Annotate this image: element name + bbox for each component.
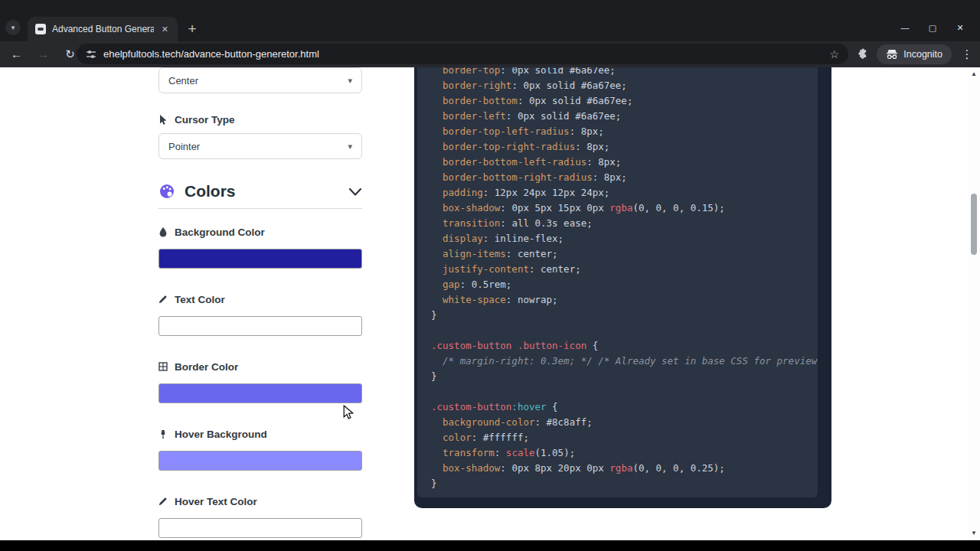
marker-icon — [158, 429, 168, 439]
page-scrollbar[interactable]: ▲ ▼ — [968, 67, 980, 540]
text-color-label: Text Color — [158, 293, 362, 305]
scroll-up-arrow[interactable]: ▲ — [968, 69, 980, 80]
scrollbar-thumb[interactable] — [971, 194, 977, 255]
hover-text-color-label-text: Hover Text Color — [175, 496, 257, 507]
incognito-label: Incognito — [903, 49, 942, 60]
extensions-puzzle-icon[interactable] — [856, 48, 868, 60]
pencil-icon — [158, 295, 168, 304]
colors-heading: Colors — [185, 182, 236, 201]
incognito-icon — [886, 49, 898, 60]
forward-button: → — [33, 44, 54, 64]
alignment-select-value: Center — [168, 75, 198, 86]
cursor-pointer-icon — [158, 114, 168, 126]
hover-background-label-text: Hover Background — [175, 429, 267, 440]
cursor-type-select[interactable]: Pointer ▾ — [158, 133, 362, 159]
maximize-button[interactable]: ▢ — [919, 17, 946, 38]
new-tab-button[interactable]: + — [182, 19, 202, 39]
tab-close-icon[interactable]: ✕ — [160, 24, 170, 35]
generated-css-card: border-top: 0px solid #6a67ee; border-ri… — [414, 67, 831, 508]
background-color-label: Background Color — [158, 226, 362, 238]
address-bar[interactable]: ehelpfultools.tech/advance-button-genere… — [77, 44, 848, 64]
bookmark-star-icon[interactable]: ☆ — [829, 48, 839, 60]
background-color-input[interactable] — [158, 249, 362, 269]
page-content: Center ▾ Cursor Type Pointer ▾ Colors — [0, 67, 980, 540]
tab-favicon — [35, 24, 46, 34]
colors-section-toggle[interactable]: Colors — [158, 181, 362, 202]
chevron-down-icon — [348, 187, 362, 197]
chevron-down-icon: ▾ — [348, 142, 352, 152]
tab-title: Advanced Button Generator — [52, 24, 154, 34]
cursor-type-select-value: Pointer — [168, 141, 200, 152]
minimize-button[interactable]: — — [891, 17, 919, 38]
hover-background-label: Hover Background — [158, 428, 362, 440]
hover-text-color-input[interactable] — [158, 518, 362, 538]
hover-background-field: Hover Background — [158, 428, 362, 471]
text-color-label-text: Text Color — [175, 294, 225, 305]
border-color-field: Border Color — [158, 360, 362, 403]
tab-search-button[interactable]: ▾ — [5, 20, 21, 35]
incognito-badge: Incognito — [877, 44, 952, 64]
background-color-label-text: Background Color — [175, 227, 265, 238]
pencil-icon — [158, 497, 168, 506]
section-divider — [158, 208, 362, 209]
close-window-button[interactable]: ✕ — [946, 17, 974, 38]
browser-menu-icon[interactable]: ⋮ — [960, 47, 974, 61]
border-color-label-text: Border Color — [175, 361, 238, 373]
border-color-input[interactable] — [158, 383, 362, 403]
mouse-cursor — [343, 405, 354, 420]
border-icon — [158, 362, 168, 371]
url-text[interactable]: ehelpfultools.tech/advance-button-genere… — [103, 48, 319, 60]
hover-background-input[interactable] — [158, 451, 362, 471]
background-color-field: Background Color — [158, 226, 362, 269]
scroll-down-arrow[interactable]: ▼ — [968, 528, 980, 539]
cursor-type-label-text: Cursor Type — [175, 114, 235, 126]
alignment-select[interactable]: Center ▾ — [158, 67, 362, 93]
droplet-icon — [158, 227, 168, 237]
back-button[interactable]: ← — [6, 44, 27, 64]
cursor-type-label: Cursor Type — [158, 113, 362, 126]
window-controls: — ▢ ✕ — [891, 17, 974, 38]
palette-icon — [158, 183, 175, 200]
browser-tab[interactable]: Advanced Button Generator ✕ — [28, 17, 178, 41]
chevron-down-icon: ▾ — [11, 24, 15, 31]
tab-strip: ▾ Advanced Button Generator ✕ + — ▢ ✕ — [0, 0, 980, 41]
site-controls-icon — [86, 49, 96, 60]
chevron-down-icon: ▾ — [348, 76, 352, 86]
border-color-label: Border Color — [158, 360, 362, 373]
controls-panel: Center ▾ Cursor Type Pointer ▾ Colors — [158, 67, 362, 538]
text-color-input[interactable] — [158, 316, 362, 336]
hover-text-color-label: Hover Text Color — [158, 495, 362, 507]
text-color-field: Text Color — [158, 293, 362, 336]
css-code: border-top: 0px solid #6a67ee; border-ri… — [417, 67, 818, 497]
hover-text-color-field: Hover Text Color — [158, 495, 362, 538]
